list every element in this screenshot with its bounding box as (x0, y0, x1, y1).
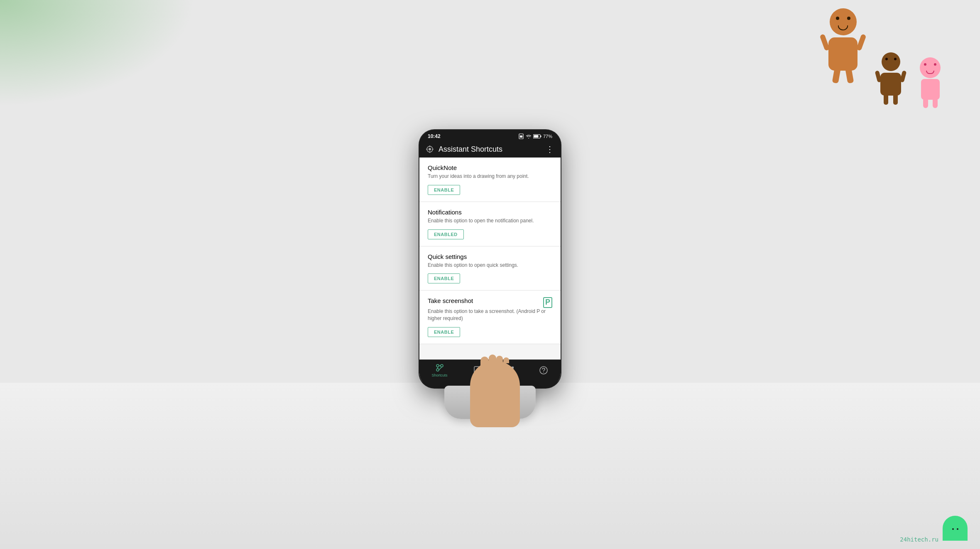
android-logo (943, 516, 968, 541)
svg-point-37 (543, 372, 544, 372)
setting-quicknote: QuickNote Turn your ideas into a drawing… (419, 158, 561, 202)
svg-rect-4 (957, 531, 958, 534)
quicknote-desc: Turn your ideas into a drawing from any … (428, 173, 552, 180)
help-nav-icon (539, 366, 548, 375)
site-url: 24hitech.ru (900, 536, 938, 543)
battery-level: 77% (543, 134, 552, 139)
svg-point-6 (957, 528, 958, 530)
nav-shortcuts[interactable]: Shortcuts (431, 363, 447, 377)
quick-settings-desc: Enable this option to open quick setting… (428, 262, 552, 269)
svg-line-23 (439, 367, 442, 370)
app-bar: Assistant Shortcuts ⋮ (419, 141, 561, 158)
screenshot-enable-button[interactable]: ENABLE (428, 327, 460, 337)
android-p-badge: P (543, 297, 552, 308)
svg-point-20 (436, 369, 439, 371)
setting-notifications: Notifications Enable this option to open… (419, 202, 561, 246)
gingerbread-figure-small (876, 52, 905, 96)
battery-icon (533, 134, 541, 139)
setting-screenshot: Take screenshot P Enable this option to … (419, 291, 561, 344)
shortcuts-nav-label: Shortcuts (431, 373, 447, 377)
wifi-icon (526, 133, 532, 139)
notifications-enable-button[interactable]: ENABLED (428, 229, 464, 239)
more-options-icon[interactable]: ⋮ (546, 144, 554, 154)
shortcuts-nav-icon (435, 363, 444, 372)
phone-screen: 10:42 77% (419, 130, 561, 388)
status-time: 10:42 (428, 133, 441, 139)
bg-decoration-left (0, 0, 228, 125)
svg-point-5 (952, 528, 954, 530)
svg-rect-11 (534, 135, 538, 138)
app-bar-title: Assistant Shortcuts (439, 145, 546, 154)
setting-quick-settings: Quick settings Enable this option to ope… (419, 246, 561, 291)
nav-help[interactable] (539, 366, 548, 375)
status-icons: 77% (518, 133, 552, 139)
phone-device: 10:42 77% (419, 130, 561, 419)
hand (470, 361, 520, 427)
quick-settings-title: Quick settings (428, 253, 552, 260)
screen-content: QuickNote Turn your ideas into a drawing… (419, 158, 561, 382)
svg-rect-10 (540, 135, 541, 137)
status-bar: 10:42 77% (419, 130, 561, 141)
svg-rect-1 (948, 527, 951, 532)
svg-rect-2 (960, 527, 962, 532)
svg-point-19 (441, 364, 443, 367)
pink-figure (914, 57, 947, 100)
app-bar-icon (426, 145, 434, 153)
sim-icon (518, 133, 524, 139)
quicknote-title: QuickNote (428, 164, 552, 171)
notifications-desc: Enable this option to open the notificat… (428, 217, 552, 224)
screenshot-desc: Enable this option to take a screenshot.… (428, 308, 552, 322)
quick-settings-enable-button[interactable]: ENABLE (428, 273, 460, 283)
decoration-figures (818, 8, 947, 100)
svg-rect-3 (952, 531, 954, 534)
notifications-title: Notifications (428, 209, 552, 216)
settings-list: QuickNote Turn your ideas into a drawing… (419, 158, 561, 359)
quicknote-enable-button[interactable]: ENABLE (428, 185, 460, 195)
gingerbread-figure-large (818, 8, 868, 100)
svg-rect-8 (520, 135, 522, 138)
svg-point-18 (436, 364, 439, 367)
hand-silhouette (470, 361, 520, 427)
svg-point-13 (429, 148, 431, 150)
svg-rect-0 (950, 527, 960, 534)
screenshot-title: Take screenshot (428, 297, 473, 304)
